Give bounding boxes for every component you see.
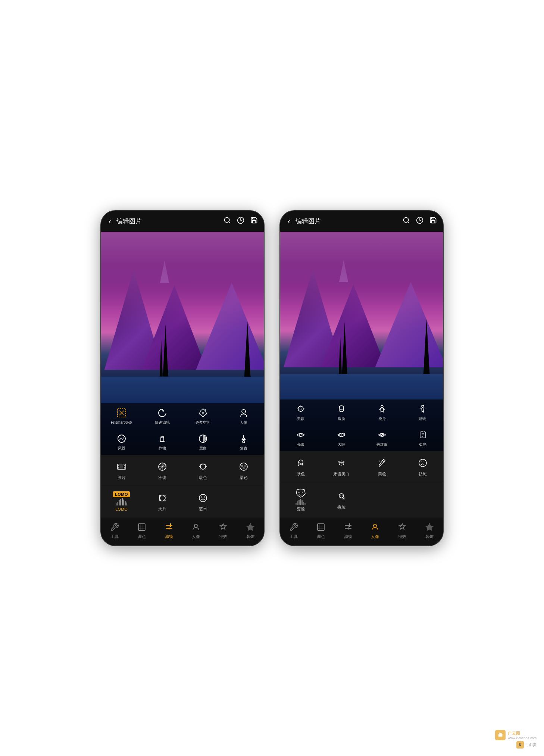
tab-filter-label-right: 滤镜 <box>344 534 352 539</box>
filter-lomo[interactable]: LOMO <box>101 489 142 514</box>
bottom-panels-right: 肤色 牙齿美白 <box>280 451 443 545</box>
svg-rect-16 <box>120 465 123 469</box>
filter-icon-left <box>164 522 174 532</box>
tab-filter-right[interactable]: 滤镜 <box>334 520 362 541</box>
slim-face-icon <box>335 403 347 415</box>
tab-filter-label-left: 滤镜 <box>165 534 173 539</box>
teeth-label: 牙齿美白 <box>333 471 350 477</box>
filter-skin[interactable]: 肤色 <box>280 454 321 479</box>
filter-makeup[interactable]: 美妆 <box>362 454 402 479</box>
cold-label: 冷调 <box>158 475 166 480</box>
svg-point-59 <box>342 494 343 495</box>
filter-cold[interactable]: 冷调 <box>142 458 182 483</box>
svg-point-22 <box>244 465 246 467</box>
portrait-big-eye[interactable]: 大眼 <box>321 427 362 449</box>
filter-cinema[interactable]: 大片 <box>142 489 182 514</box>
filter-landscape[interactable]: 风景 <box>101 431 142 452</box>
tab-effect-right[interactable]: 特效 <box>389 520 416 541</box>
svg-marker-63 <box>426 523 433 531</box>
phone-left: ‹ 编辑图片 <box>100 210 265 546</box>
red-eye-label: 去红眼 <box>376 442 388 447</box>
portrait-bright-eye[interactable]: 亮眼 <box>280 427 321 449</box>
top-bar-icons-right <box>403 217 437 226</box>
tab-portrait-label-left: 人像 <box>192 534 200 539</box>
tab-portrait-left[interactable]: 人像 <box>182 520 210 541</box>
vintage-icon <box>238 433 250 445</box>
filter-vintage[interactable]: 复古 <box>223 431 264 452</box>
filter-teeth[interactable]: 牙齿美白 <box>321 454 362 479</box>
back-button-right[interactable]: ‹ <box>286 215 292 227</box>
search-icon-left[interactable] <box>223 217 231 226</box>
top-bar-right: ‹ 编辑图片 <box>280 211 443 232</box>
quick-label: 快速滤镜 <box>155 420 170 425</box>
filter-face-swap[interactable]: 换脸 <box>321 485 362 514</box>
filter-film[interactable]: 胶片 <box>101 458 142 483</box>
filter-quick[interactable]: 快速滤镜 <box>142 405 182 427</box>
save-icon-right[interactable] <box>429 217 437 226</box>
quick-icon <box>156 407 168 419</box>
history-icon-left[interactable] <box>237 217 244 226</box>
tab-decor-label-right: 装饰 <box>425 534 434 539</box>
portrait-slim-face[interactable]: 瘦脸 <box>321 402 362 423</box>
history-icon-right[interactable] <box>416 217 423 226</box>
phone-right: ‹ 编辑图片 <box>279 210 444 546</box>
portrait-slim-body[interactable]: 瘦身 <box>362 402 402 423</box>
tab-effect-left[interactable]: 特效 <box>210 520 237 541</box>
filter-face-change[interactable]: 变脸 <box>280 485 321 514</box>
page-title-right: 编辑图片 <box>296 217 399 225</box>
filter-still[interactable]: 静物 <box>142 431 182 452</box>
svg-rect-33 <box>138 524 145 531</box>
svg-marker-35 <box>247 523 254 531</box>
watermark: 🏔 广云图 www.kkwenda.com K 可向赏 <box>495 730 537 749</box>
tab-color-right[interactable]: 调色 <box>307 520 335 541</box>
watermark-text-block: 广云图 www.kkwenda.com <box>508 731 537 740</box>
filter-prismart[interactable]: Prismart滤镜 <box>101 405 142 427</box>
filter-bw[interactable]: 黑白 <box>182 431 223 452</box>
back-button-left[interactable]: ‹ <box>107 215 113 227</box>
tab-decor-left[interactable]: 装饰 <box>237 520 264 541</box>
svg-point-46 <box>341 434 342 436</box>
top-bar-left: ‹ 编辑图片 <box>101 211 264 232</box>
watermark-brand: K 可向赏 <box>516 741 537 749</box>
tab-tool-right[interactable]: 工具 <box>280 520 307 541</box>
tab-color-label-right: 调色 <box>317 534 325 539</box>
svg-point-24 <box>159 495 165 501</box>
color-icon-left <box>137 522 147 532</box>
portrait-soft-light[interactable]: 柔光 <box>402 427 443 449</box>
search-icon-right[interactable] <box>403 217 410 226</box>
filter-empty-1 <box>223 489 264 514</box>
tab-tool-left[interactable]: 工具 <box>101 520 128 541</box>
filter-portrait[interactable]: 人像 <box>223 405 264 427</box>
tab-color-left[interactable]: 调色 <box>128 520 156 541</box>
svg-point-19 <box>200 464 206 469</box>
portrait-overlay-label: 人像 <box>240 420 247 425</box>
filter-row-face-right: 变脸 <box>280 482 443 517</box>
portrait-tall[interactable]: 增高 <box>402 402 443 423</box>
tab-filter-left[interactable]: 滤镜 <box>155 520 182 541</box>
portrait-beauty[interactable]: 美颜 <box>280 402 321 423</box>
image-area-left: Prismart滤镜 快速滤镜 <box>101 232 264 455</box>
filter-porcelain[interactable]: 瓷梦空间 <box>182 405 223 427</box>
freckle-label: 祛斑 <box>419 471 427 477</box>
beauty-label: 美颜 <box>297 416 304 421</box>
landscape-label: 风景 <box>118 446 125 451</box>
filter-freckle[interactable]: 祛斑 <box>402 454 443 479</box>
svg-point-23 <box>243 467 245 469</box>
filter-empty-r2 <box>362 485 402 514</box>
tab-portrait-right[interactable]: 人像 <box>362 520 389 541</box>
portrait-tab-icon-right <box>370 522 380 532</box>
bottom-panels-left: 胶片 冷调 <box>101 455 264 545</box>
still-label: 静物 <box>159 446 166 451</box>
big-eye-icon <box>335 429 347 441</box>
filter-dye[interactable]: 染色 <box>223 458 264 483</box>
bw-label: 黑白 <box>199 446 207 451</box>
portrait-red-eye[interactable]: 去红眼 <box>362 427 402 449</box>
save-icon-left[interactable] <box>250 217 258 226</box>
tab-decor-right[interactable]: 装饰 <box>416 520 443 541</box>
svg-rect-13 <box>118 467 119 469</box>
bw-icon <box>197 433 209 445</box>
filter-warm[interactable]: 暖色 <box>182 458 223 483</box>
svg-point-41 <box>381 405 383 408</box>
tab-color-label-left: 调色 <box>138 534 146 539</box>
filter-art[interactable]: 艺术 <box>182 489 223 514</box>
